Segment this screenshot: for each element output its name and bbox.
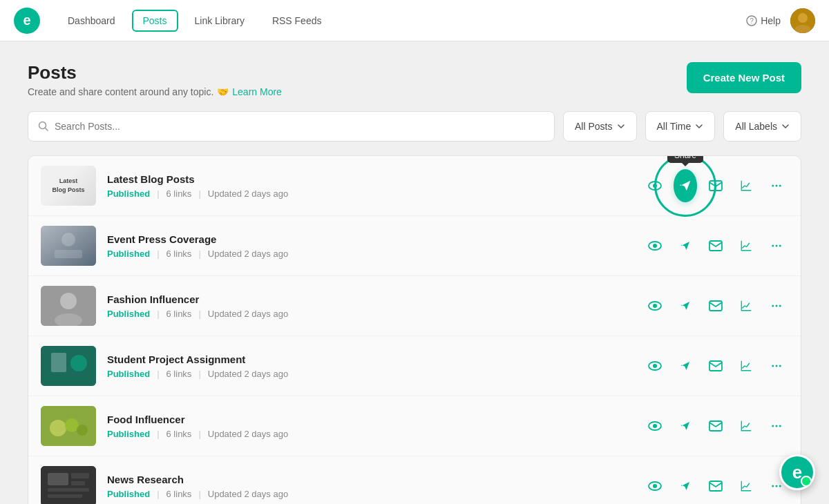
- share-button[interactable]: [674, 169, 697, 202]
- user-avatar[interactable]: [790, 8, 815, 33]
- help-button[interactable]: ? Help: [746, 15, 781, 26]
- more-options-icon[interactable]: [765, 174, 788, 197]
- post-thumbnail: LatestBlog Posts: [41, 166, 96, 206]
- list-item: Fashion Influencer Published | 6 links |…: [28, 276, 801, 336]
- all-time-filter[interactable]: All Time: [645, 111, 716, 142]
- view-icon[interactable]: [643, 174, 667, 197]
- email-icon[interactable]: [704, 474, 727, 498]
- chevron-down-icon: [617, 122, 625, 130]
- svg-point-8: [653, 184, 657, 188]
- post-actions: [643, 414, 788, 438]
- more-options-icon[interactable]: [765, 234, 788, 258]
- post-thumbnail: [41, 406, 96, 446]
- post-title: Food Influencer: [107, 414, 632, 425]
- list-item: News Research Published | 6 links | Upda…: [28, 456, 801, 504]
- post-info: News Research Published | 6 links | Upda…: [107, 474, 632, 499]
- updated-time: Updated 2 days ago: [208, 188, 288, 199]
- status-badge: Published: [107, 188, 150, 199]
- email-icon[interactable]: [704, 354, 727, 378]
- svg-point-14: [61, 233, 75, 246]
- share-icon[interactable]: [674, 474, 697, 498]
- email-icon[interactable]: [704, 174, 727, 197]
- svg-point-11: [776, 185, 778, 187]
- updated-time: Updated 2 days ago: [208, 489, 288, 499]
- svg-point-3: [798, 13, 808, 23]
- more-options-icon[interactable]: [765, 414, 788, 438]
- list-item: LatestBlog Posts Latest Blog Posts Publi…: [28, 156, 801, 216]
- nav-rss-feeds[interactable]: RSS Feeds: [261, 10, 333, 32]
- status-badge: Published: [107, 249, 150, 259]
- share-icon[interactable]: [674, 234, 697, 258]
- more-options-icon[interactable]: [765, 294, 788, 318]
- svg-point-33: [70, 355, 87, 371]
- svg-point-43: [77, 425, 88, 436]
- analytics-icon[interactable]: [734, 474, 758, 498]
- post-actions: [643, 354, 788, 378]
- svg-rect-52: [71, 473, 89, 478]
- svg-point-10: [772, 185, 774, 187]
- nav-links: Dashboard Posts Link Library RSS Feeds: [57, 10, 730, 32]
- share-icon[interactable]: [674, 354, 697, 378]
- email-icon[interactable]: [704, 234, 727, 258]
- list-item: Food Influencer Published | 6 links | Up…: [28, 396, 801, 456]
- links-count: 6 links: [166, 489, 192, 499]
- nav-link-library[interactable]: Link Library: [184, 10, 256, 32]
- analytics-icon[interactable]: [734, 414, 758, 438]
- svg-text:?: ?: [750, 17, 754, 25]
- email-icon[interactable]: [704, 414, 727, 438]
- post-title: News Research: [107, 474, 632, 485]
- links-count: 6 links: [166, 188, 192, 199]
- float-logo[interactable]: e: [779, 454, 815, 490]
- share-icon[interactable]: [674, 294, 697, 318]
- svg-point-48: [776, 425, 778, 427]
- view-icon[interactable]: [643, 474, 667, 498]
- more-options-icon[interactable]: [765, 354, 788, 378]
- view-icon[interactable]: [643, 414, 667, 438]
- post-title: Fashion Influencer: [107, 293, 632, 305]
- all-posts-filter[interactable]: All Posts: [563, 111, 636, 142]
- post-meta: Published | 6 links | Updated 2 days ago: [107, 369, 632, 379]
- svg-point-12: [779, 185, 781, 187]
- svg-rect-15: [55, 250, 82, 258]
- post-info: Fashion Influencer Published | 6 links |…: [107, 293, 632, 319]
- svg-point-39: [779, 365, 781, 367]
- post-meta: Published | 6 links | Updated 2 days ago: [107, 188, 632, 199]
- svg-rect-55: [48, 494, 82, 498]
- chevron-down-icon: [781, 122, 790, 130]
- learn-more-link[interactable]: Learn More: [232, 86, 282, 97]
- view-icon[interactable]: [643, 234, 667, 258]
- post-info: Event Press Coverage Published | 6 links…: [107, 233, 632, 259]
- analytics-icon[interactable]: [734, 354, 758, 378]
- search-input[interactable]: [55, 121, 544, 132]
- updated-time: Updated 2 days ago: [208, 309, 288, 319]
- links-count: 6 links: [166, 429, 192, 439]
- links-count: 6 links: [166, 369, 192, 379]
- post-info: Student Project Assignment Published | 6…: [107, 353, 632, 379]
- share-icon[interactable]: [674, 414, 697, 438]
- chevron-down-icon: [695, 122, 703, 130]
- app-logo[interactable]: e: [14, 8, 40, 34]
- nav-posts[interactable]: Posts: [132, 10, 178, 32]
- post-info: Food Influencer Published | 6 links | Up…: [107, 414, 632, 439]
- post-actions: [643, 234, 788, 258]
- svg-point-17: [653, 244, 657, 248]
- list-item: Event Press Coverage Published | 6 links…: [28, 216, 801, 276]
- view-icon[interactable]: [643, 294, 667, 318]
- create-new-post-button[interactable]: Create New Post: [687, 62, 801, 93]
- share-icon[interactable]: Share: [674, 174, 697, 197]
- analytics-icon[interactable]: [734, 234, 758, 258]
- svg-point-20: [776, 245, 778, 247]
- updated-time: Updated 2 days ago: [208, 249, 288, 259]
- post-title: Event Press Coverage: [107, 233, 632, 245]
- analytics-icon[interactable]: [734, 294, 758, 318]
- email-icon[interactable]: [704, 294, 727, 318]
- svg-point-41: [50, 420, 66, 436]
- nav-dashboard[interactable]: Dashboard: [57, 10, 126, 32]
- links-count: 6 links: [166, 309, 192, 319]
- svg-point-61: [779, 485, 781, 487]
- view-icon[interactable]: [643, 354, 667, 378]
- nav-right: ? Help: [746, 8, 815, 33]
- analytics-icon[interactable]: [734, 174, 758, 197]
- all-labels-filter[interactable]: All Labels: [723, 111, 801, 142]
- svg-point-19: [772, 245, 774, 247]
